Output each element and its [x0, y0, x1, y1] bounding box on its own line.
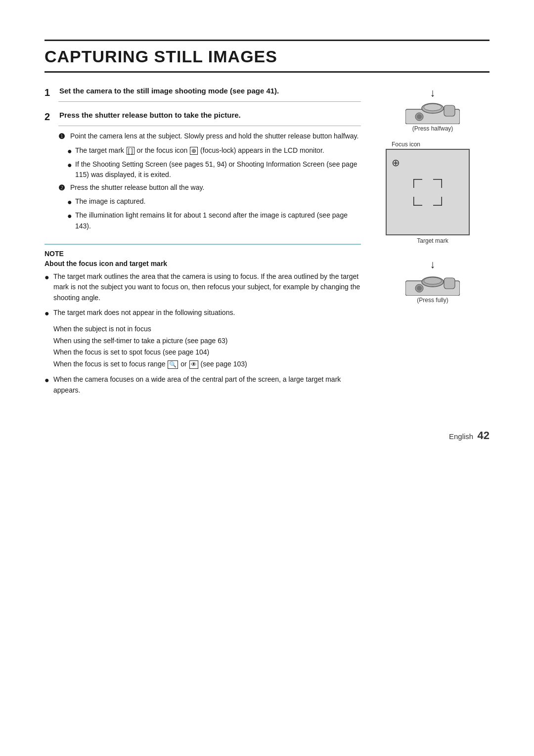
- note-sub-item-2: When using the self-timer to take a pict…: [53, 335, 361, 347]
- step-2-title: Press the shutter release button to take…: [59, 111, 241, 119]
- bullet-item-2: ● If the Shooting Setting Screen (see pa…: [67, 159, 361, 180]
- press-fully-diagram: ↓ (Press fully): [405, 258, 460, 304]
- note-bullet-text-1: The target mark outlines the area that t…: [53, 271, 361, 304]
- step-2: 2 Press the shutter release button to ta…: [44, 111, 361, 232]
- step-1-title: Set the camera to the still image shooti…: [59, 87, 279, 95]
- note-bullet-dot-1: ●: [44, 271, 50, 283]
- main-content: 1 Set the camera to the still image shoo…: [44, 87, 490, 400]
- step-2-header: 2 Press the shutter release button to ta…: [44, 111, 361, 123]
- svg-point-5: [417, 114, 422, 119]
- press-halfway-label: (Press halfway): [412, 125, 453, 132]
- bullet-text-3: The image is captured.: [75, 196, 145, 207]
- bullet-text-4: The illumination light remains lit for a…: [75, 210, 361, 231]
- step-1-divider: [58, 101, 361, 102]
- down-arrow-bottom: ↓: [430, 258, 436, 271]
- bullet-dot-1: ●: [67, 145, 72, 157]
- target-mark-svg: [413, 179, 442, 206]
- bullet-dot-2: ●: [67, 159, 72, 171]
- note-bullet-1: ● The target mark outlines the area that…: [44, 271, 361, 304]
- page-footer: English 42: [44, 429, 490, 442]
- note-sub-item-4: When the focus is set to focus range 🔍 o…: [53, 358, 361, 370]
- page-title: CAPTURING STILL IMAGES: [44, 40, 490, 73]
- svg-rect-9: [444, 278, 455, 289]
- note-bullet-text-3: When the camera focuses on a wide area o…: [53, 374, 361, 396]
- lcd-monitor: ⊕: [386, 149, 470, 235]
- svg-point-8: [424, 277, 442, 284]
- sub-step-1-num: ❶: [58, 131, 67, 142]
- sub-step-1-text: Point the camera lens at the subject. Sl…: [70, 131, 358, 142]
- note-title: NOTE: [44, 250, 361, 258]
- sub-step-2: ❷ Press the shutter release button all t…: [58, 182, 361, 194]
- focus-icon-label: Focus icon: [392, 141, 420, 148]
- note-bullet-dot-2: ●: [44, 308, 50, 319]
- lcd-section: Focus icon ⊕ Target mark: [386, 141, 480, 244]
- language-label: English: [449, 432, 473, 441]
- bullet-dot-4: ●: [67, 210, 72, 222]
- focus-lock-icon: ⊕: [190, 147, 198, 155]
- step-2-divider: [58, 126, 361, 126]
- step-1-header: 1 Set the camera to the still image shoo…: [44, 87, 361, 98]
- down-arrow-top: ↓: [430, 87, 436, 99]
- note-sub-item-3: When the focus is set to spot focus (see…: [53, 347, 361, 358]
- step-2-number: 2: [44, 111, 55, 123]
- note-bullet-text-2: The target mark does not appear in the f…: [53, 308, 235, 318]
- press-halfway-diagram: ↓ (Press halfway): [405, 87, 460, 132]
- svg-rect-3: [444, 105, 455, 116]
- bullet-list-1: ● The target mark [ ] or the focus icon …: [67, 145, 361, 180]
- bullet-list-2: ● The image is captured. ● The illuminat…: [67, 196, 361, 231]
- sub-step-1: ❶ Point the camera lens at the subject. …: [58, 131, 361, 142]
- target-mark-label: Target mark: [417, 237, 448, 244]
- left-column: 1 Set the camera to the still image shoo…: [44, 87, 376, 400]
- note-subtitle: About the focus icon and target mark: [44, 260, 361, 267]
- svg-point-2: [424, 104, 442, 111]
- camera-bottom-svg: [405, 272, 460, 296]
- note-sub-item-1: When the subject is not in focus: [53, 323, 361, 335]
- press-fully-label: (Press fully): [417, 297, 448, 304]
- note-sub-items: When the subject is not in focus When us…: [53, 323, 361, 370]
- bullet-item-3: ● The image is captured.: [67, 196, 361, 208]
- focus-crosshair-icon: ⊕: [392, 157, 400, 169]
- note-bullet-2: ● The target mark does not appear in the…: [44, 308, 361, 319]
- bullet-item-4: ● The illumination light remains lit for…: [67, 210, 361, 231]
- note-section: NOTE About the focus icon and target mar…: [44, 244, 361, 396]
- page-number: 42: [478, 429, 490, 442]
- focus-range-icon-2: 👁: [189, 360, 198, 368]
- note-bullet-dot-3: ●: [44, 374, 50, 386]
- sub-step-2-text: Press the shutter release button all the…: [70, 182, 204, 193]
- bullet-text-1: The target mark [ ] or the focus icon ⊕ …: [75, 145, 324, 156]
- step-1: 1 Set the camera to the still image shoo…: [44, 87, 361, 102]
- bullet-text-2: If the Shooting Setting Screen (see page…: [75, 159, 361, 180]
- bullet-item-1: ● The target mark [ ] or the focus icon …: [67, 145, 361, 157]
- target-mark-icon: [ ]: [127, 147, 134, 155]
- right-column: ↓ (Press halfway) Focus icon ⊕: [376, 87, 490, 400]
- sub-step-2-num: ❷: [58, 182, 67, 194]
- svg-point-11: [417, 286, 422, 291]
- focus-range-icon-1: 🔍: [168, 360, 178, 368]
- camera-top-svg: [405, 100, 460, 124]
- note-bullet-3: ● When the camera focuses on a wide area…: [44, 374, 361, 396]
- step-1-number: 1: [44, 87, 55, 98]
- bullet-dot-3: ●: [67, 196, 72, 208]
